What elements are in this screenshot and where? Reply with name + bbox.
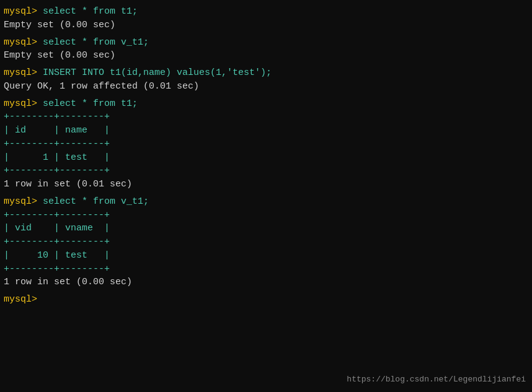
- command-text: select * from v_t1;: [43, 196, 149, 207]
- table-line: +--------+--------+: [4, 164, 528, 178]
- command-line: mysql> select * from t1;: [4, 5, 528, 19]
- table-line: +--------+--------+: [4, 110, 528, 124]
- output-line: 1 row in set (0.00 sec): [4, 276, 528, 289]
- terminal-window: mysql> select * from t1;Empty set (0.00 …: [0, 0, 532, 392]
- prompt-text: mysql>: [4, 6, 43, 17]
- table-line: | 1 | test |: [4, 151, 528, 165]
- output-line: Query OK, 1 row affected (0.01 sec): [4, 80, 528, 94]
- output-line: 1 row in set (0.01 sec): [4, 178, 528, 191]
- terminal-content: mysql> select * from t1;Empty set (0.00 …: [4, 5, 528, 307]
- command-line: mysql> select * from t1;: [4, 97, 528, 111]
- table-line: | id | name |: [4, 124, 528, 137]
- command-text: select * from v_t1;: [43, 37, 149, 48]
- watermark: https://blog.csdn.net/Legendlijianfei: [347, 374, 526, 386]
- table-line: | 10 | test |: [4, 249, 528, 263]
- table-line: | vid | vname |: [4, 222, 528, 235]
- prompt-text: mysql>: [4, 68, 43, 78]
- command-text: INSERT INTO t1(id,name) values(1,'test')…: [43, 68, 272, 78]
- output-line: Empty set (0.00 sec): [4, 19, 528, 32]
- command-line: mysql> select * from v_t1;: [4, 195, 528, 209]
- table-line: +--------+--------+: [4, 209, 528, 222]
- command-text: select * from t1;: [43, 6, 138, 17]
- prompt-text: mysql>: [4, 98, 43, 109]
- table-line: +--------+--------+: [4, 235, 528, 249]
- command-line: mysql> INSERT INTO t1(id,name) values(1,…: [4, 66, 528, 80]
- table-line: +--------+--------+: [4, 263, 528, 276]
- command-line: mysql> select * from v_t1;: [4, 36, 528, 50]
- table-line: +--------+--------+: [4, 137, 528, 151]
- output-line: Empty set (0.00 sec): [4, 49, 528, 63]
- command-text: select * from t1;: [43, 98, 138, 109]
- prompt-text: mysql>: [4, 37, 43, 48]
- prompt-text: mysql>: [4, 294, 43, 305]
- prompt-only-line: mysql>: [4, 293, 528, 307]
- prompt-text: mysql>: [4, 196, 43, 207]
